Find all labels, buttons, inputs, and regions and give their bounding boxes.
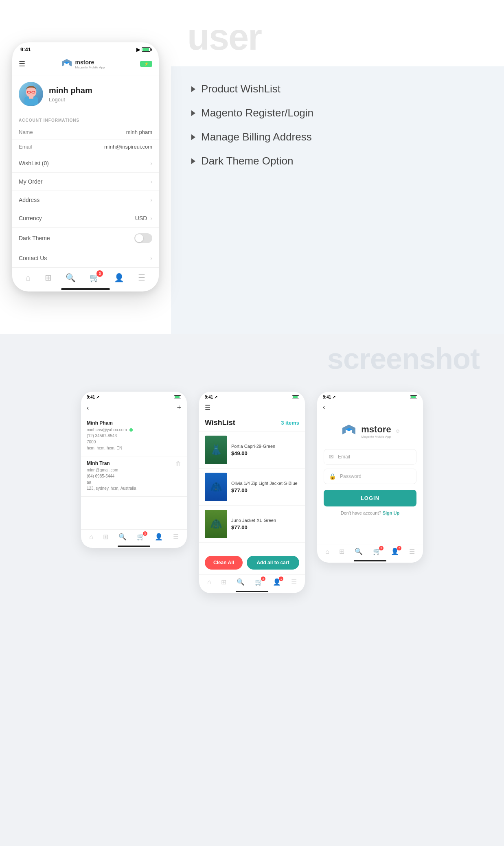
password-field[interactable]: 🔒 Password	[324, 469, 416, 484]
feature-text-3: Manage Billing Address	[201, 131, 312, 143]
login-button[interactable]: LOGIN	[324, 490, 416, 506]
addr-wishlist-icon[interactable]: ☰	[173, 533, 179, 541]
online-indicator	[129, 428, 133, 432]
address-header: ‹ +	[81, 401, 187, 416]
addr-cart-icon[interactable]: 🛒 3	[137, 533, 145, 541]
hamburger-icon[interactable]: ☰	[19, 59, 25, 68]
email-value: minh@inspireui.com	[104, 144, 152, 150]
clean-all-button[interactable]: Clean All	[205, 556, 243, 570]
dark-theme-row[interactable]: Dark Theme	[12, 228, 159, 249]
currency-row[interactable]: Currency USD ›	[12, 209, 159, 228]
wl-cart-icon[interactable]: 🛒 3	[255, 578, 263, 586]
logout-text[interactable]: Logout	[49, 96, 92, 103]
login-bottom-nav: ⌂ ⊞ 🔍 🛒 3 👤 2 ☰	[317, 544, 423, 559]
wl-item-2-price: $77.00	[231, 487, 298, 493]
wifi-icon: ▶	[136, 47, 140, 53]
wl-bottom-nav: ⌂ ⊞ 🔍 🛒 3 👤 1 ☰	[199, 574, 305, 589]
wl-item-3-price: $77.00	[231, 524, 276, 530]
wishlist-header: WishList 3 items	[199, 415, 305, 432]
email-label: Email	[19, 144, 32, 150]
wl-user-badge: 1	[279, 576, 283, 581]
currency-chevron-icon: ›	[150, 215, 152, 221]
wl-item-3-info: Juno Jacket-XL-Green $77.00	[231, 518, 276, 530]
contact-row[interactable]: Contact Us ›	[12, 249, 159, 267]
wl-search-icon[interactable]: 🔍	[237, 578, 245, 586]
app-name: mstore	[75, 59, 105, 66]
wl-item-2: 🧥 Olivia 1/4 Zip Light Jacket-S-Blue $77…	[199, 469, 305, 506]
address-label: Address	[19, 197, 39, 203]
login-battery	[410, 395, 417, 399]
addr-detail-1: minhcasi@yahoo.com (12) 34567-8543 7000 …	[87, 427, 133, 451]
wishlist-screen: 9:41 ↗ ☰ WishList 3 items 👗 Portia Capri…	[199, 392, 305, 593]
login-wishlist-icon[interactable]: ☰	[409, 548, 415, 555]
wishlist-nav-icon[interactable]: ☰	[138, 273, 145, 283]
screenshot-watermark: screenshot	[327, 342, 480, 375]
feature-text-2: Magento Register/Login	[201, 107, 313, 119]
no-account-text: Don't have account?	[341, 511, 381, 515]
addr-cart-badge: 3	[143, 531, 147, 536]
delete-address-icon[interactable]: 🗑	[175, 460, 181, 467]
login-logo: mstore Magento Mobile App ®	[341, 423, 399, 439]
signup-link[interactable]: Sign Up	[383, 511, 400, 515]
addr-category-icon[interactable]: ⊞	[103, 533, 108, 541]
wishlist-row[interactable]: WishList (0) ›	[12, 154, 159, 173]
login-status-bar: 9:41 ↗	[317, 392, 423, 401]
wl-user-icon[interactable]: 👤 1	[273, 578, 281, 586]
feature-text-1: Product WishList	[201, 83, 280, 95]
addr-user-icon[interactable]: 👤	[155, 533, 163, 541]
login-logo-icon	[341, 423, 357, 439]
address-row[interactable]: Address ›	[12, 191, 159, 209]
login-status-time: 9:41 ↗	[323, 395, 335, 399]
feature-arrow-icon-3	[191, 134, 195, 140]
wl-item-3-image: 🧥	[205, 510, 227, 538]
cart-nav-icon[interactable]: 🛒 3	[90, 273, 100, 283]
addr-search-icon[interactable]: 🔍	[118, 533, 127, 541]
login-search-icon[interactable]: 🔍	[355, 548, 363, 555]
myorder-chevron-icon: ›	[150, 178, 152, 185]
addr-name-1: Minh Pham	[87, 420, 133, 426]
wl-item-1-info: Portia Capri-29-Green $49.00	[231, 444, 275, 456]
name-row: Name minh pham	[12, 125, 159, 140]
search-nav-icon[interactable]: 🔍	[66, 273, 76, 283]
login-cart-icon[interactable]: 🛒 3	[373, 548, 381, 555]
user-nav-icon[interactable]: 👤	[114, 273, 124, 283]
screenshot-label-section: screenshot	[0, 334, 504, 384]
user-profile: minh pham Logout	[12, 75, 159, 113]
login-category-icon[interactable]: ⊞	[339, 548, 344, 555]
user-watermark: user	[171, 0, 504, 66]
username: minh pham	[49, 86, 92, 95]
login-home-icon[interactable]: ⌂	[325, 548, 329, 555]
back-icon[interactable]: ‹	[87, 404, 89, 412]
add-all-button[interactable]: Add all to cart	[247, 556, 299, 570]
myorder-row[interactable]: My Order ›	[12, 173, 159, 191]
add-address-icon[interactable]: +	[177, 403, 181, 412]
avatar	[19, 82, 43, 106]
name-value: minh pham	[126, 129, 152, 135]
login-back-icon[interactable]: ‹	[323, 403, 325, 411]
login-user-icon[interactable]: 👤 2	[391, 548, 399, 555]
addr-home-icon[interactable]: ⌂	[89, 533, 93, 541]
dark-theme-toggle[interactable]	[134, 233, 152, 243]
screenshots-section: 9:41 ↗ ‹ + Minh Pham minhcasi@yahoo.com …	[0, 384, 504, 618]
wl-wishlist-nav-icon[interactable]: ☰	[291, 578, 297, 586]
wl-item-1-name: Portia Capri-29-Green	[231, 444, 275, 449]
wl-item-1-price: $49.00	[231, 450, 275, 456]
wl-item-1: 👗 Portia Capri-29-Green $49.00	[199, 432, 305, 469]
login-home-indicator	[354, 560, 386, 561]
app-header: ☰ mstore Magento Mobile App ⚡	[12, 55, 159, 75]
right-panel: user Product WishList Magento Register/L…	[171, 0, 504, 334]
contact-label: Contact Us	[19, 255, 47, 261]
wl-hamburger-icon[interactable]: ☰	[205, 403, 210, 411]
wl-item-3-name: Juno Jacket-XL-Green	[231, 518, 276, 523]
phone-mockup-container: 9:41 ▶ ☰ mstore	[0, 0, 171, 334]
wl-home-icon[interactable]: ⌂	[207, 579, 211, 586]
battery-icon	[142, 47, 151, 52]
home-nav-icon[interactable]: ⌂	[26, 273, 31, 283]
logo-icon	[61, 58, 73, 70]
currency-value: USD	[135, 215, 147, 221]
wl-category-icon[interactable]: ⊞	[221, 578, 226, 586]
category-nav-icon[interactable]: ⊞	[45, 273, 52, 283]
email-field[interactable]: ✉ Email	[324, 449, 416, 465]
address-card-2: Minh Tran minn@gmail.com (64) 6985-5444 …	[81, 456, 187, 497]
wl-battery	[292, 395, 299, 399]
